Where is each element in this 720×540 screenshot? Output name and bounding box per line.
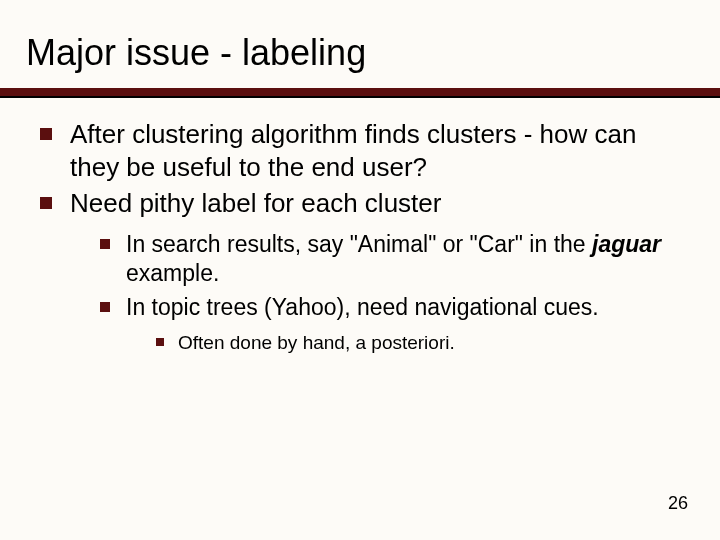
bullet-level1: After clustering algorithm finds cluster… xyxy=(40,118,680,183)
slide-body: After clustering algorithm finds cluster… xyxy=(40,118,680,360)
slide-title: Major issue - labeling xyxy=(26,32,366,74)
bullet-level2: In search results, say "Animal" or "Car"… xyxy=(100,230,680,290)
sub-bullet-group: In search results, say "Animal" or "Car"… xyxy=(100,230,680,356)
square-bullet-icon xyxy=(100,239,110,249)
square-bullet-icon xyxy=(40,128,52,140)
text-run: example. xyxy=(126,260,219,286)
bullet-level1: Need pithy label for each cluster xyxy=(40,187,680,220)
bullet-text: In search results, say "Animal" or "Car"… xyxy=(126,230,680,290)
bullet-level3: Often done by hand, a posteriori. xyxy=(156,331,680,356)
square-bullet-icon xyxy=(156,338,164,346)
title-rule xyxy=(0,88,720,96)
page-number: 26 xyxy=(668,493,688,514)
bullet-text: In topic trees (Yahoo), need navigationa… xyxy=(126,293,599,323)
bullet-text: After clustering algorithm finds cluster… xyxy=(70,118,680,183)
square-bullet-icon xyxy=(40,197,52,209)
bullet-text: Often done by hand, a posteriori. xyxy=(178,331,455,356)
slide: Major issue - labeling After clustering … xyxy=(0,0,720,540)
sub-sub-bullet-group: Often done by hand, a posteriori. xyxy=(156,331,680,356)
square-bullet-icon xyxy=(100,302,110,312)
bullet-level2: In topic trees (Yahoo), need navigationa… xyxy=(100,293,680,323)
bullet-text: Need pithy label for each cluster xyxy=(70,187,441,220)
text-run: In search results, say "Animal" or "Car"… xyxy=(126,231,592,257)
emphasis-text: jaguar xyxy=(592,231,661,257)
